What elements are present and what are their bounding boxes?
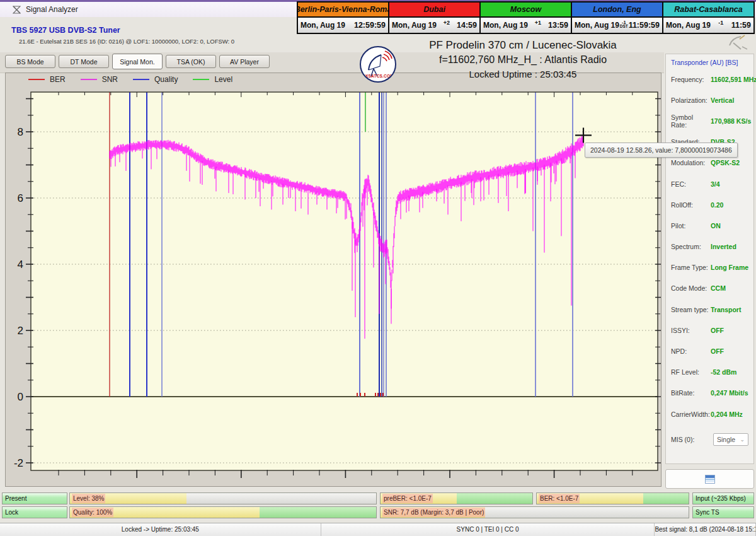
y-axis-label: 6 [18,192,23,204]
status-bar-label: preBER: <1.0E-7 [382,494,433,503]
tab-bs-mode[interactable]: BS Mode [5,55,55,68]
transponder-row: ISSYI:OFF [666,320,753,341]
transponder-row: Spectrum:Inverted [666,236,753,257]
mis-row: MIS (0): Single ⌄ [666,432,753,447]
progress-fill-green [260,507,376,518]
legend-swatch [193,79,209,80]
clock-time-value: 14:59 [457,21,477,30]
transponder-field-value: OFF [711,347,724,355]
transponder-field-value: 0,204 MHz [711,411,743,418]
transponder-field-label: Frequency: [671,76,711,83]
transponder-field-label: Spectrum: [671,243,711,250]
status-bar-label: Quality: 100% [72,508,113,517]
transponder-field-label: Symbol Rate: [671,114,711,129]
chart-panel: BERSNRQualityLevel 86420-2 [5,73,662,487]
chart-legend: BERSNRQualityLevel [28,75,232,84]
legend-swatch [133,79,149,80]
transponder-field-value: Transport [711,306,741,313]
clock-date: Mon, Aug 19 [392,21,437,30]
progress-fill-green [643,493,689,504]
y-axis-label: 4 [18,259,23,271]
footer-cell: Locked -> Uptime: 25:03:45 [0,523,321,536]
transponder-field-value: 0.20 [711,201,723,209]
transponder-field-value: Long Frame [711,264,748,271]
chevron-down-icon: ⌄ [740,436,745,443]
clock-date: Mon, Aug 19 [575,21,619,30]
tab-dt-mode[interactable]: DT Mode [59,55,109,68]
legend-label: Quality [154,75,178,84]
transponder-field-value: Inverted [711,243,736,250]
transponder-row: Symbol Rate:170,988 KS/s [666,110,753,131]
status-progress-bar: SNR: 7,7 dB (Margin: 3,7 dB | Poor) [380,506,689,518]
transponder-field-value: 3/4 [711,180,720,188]
legend-item-snr: SNR [81,75,118,84]
y-axis-label: 2 [18,325,23,337]
transponder-row: Code Mode:CCM [666,278,753,299]
tab-av-player[interactable]: AV Player [219,55,270,68]
world-clock-table: Berlin-Paris-Vienna-RomaMon, Aug 1912:59… [297,1,755,34]
transponder-field-value: Vertical [711,96,734,104]
tab-tsa-ok-[interactable]: TSA (OK) [166,55,216,68]
clock-utc-offset: +1 [535,20,541,26]
transponder-row: Stream type:Transport [666,299,753,320]
transponder-field-label: Polarization: [671,96,711,104]
status-bar-label: BER: <1.0E-7 [539,494,580,503]
legend-label: SNR [102,75,118,84]
clock-date: Mon, Aug 19 [666,21,711,30]
legend-item-ber: BER [28,75,66,84]
status-progress-bar: Level: 38% [69,492,377,504]
transponder-field-label: NPD: [671,347,711,355]
clock-column: DubaiMon, Aug 19+214:59 [388,3,479,33]
clock-city-label: Berlin-Paris-Vienna-Roma [298,3,388,16]
frequency-title: f=11602,760 MHz_H_ : Atlantis Radio [403,54,643,66]
tab-signal-mon-[interactable]: Signal Mon. [112,54,163,69]
report-icon [705,475,715,484]
clock-time-row: Mon, Aug 19-111:59 [663,16,753,33]
clock-utc-offset: -1DST [620,21,628,28]
antenna-watermark-icon [726,33,751,53]
clock-time-row: Mon, Aug 1912:59:59 [298,16,388,33]
clock-utc-offset: -1 [718,20,723,26]
status-indicator: Present [2,492,67,504]
transponder-row: Frequency:11602,591 MHz [666,69,753,90]
transponder-field-label: RF Level: [671,368,711,376]
clock-time-value: 13:59 [548,21,568,30]
transponder-field-label: FEC: [671,180,711,188]
clock-time-value: 12:59:59 [354,21,386,30]
transponder-row: NPD:OFF [666,341,753,361]
y-axis-label: 0 [18,391,23,403]
legend-swatch [28,79,45,80]
clock-city-label: Moscow [481,3,571,16]
signal-chart[interactable]: 86420-2 [6,73,661,486]
transponder-field-value: CCM [711,284,726,292]
transponder-field-value: OFF [711,327,724,334]
transponder-row: RF Level:-52 dBm [666,362,753,383]
transponder-row: CarrierWidth:0,204 MHz [666,404,753,424]
legend-swatch [81,79,97,80]
mode-tabs: BS ModeDT ModeSignal Mon.TSA (OK)AV Play… [5,55,270,69]
transponder-field-label: Stream type: [671,306,711,313]
transponder-field-value: QPSK-S2 [711,159,740,166]
window-title: Signal Analyzer [26,5,78,14]
transponder-field-label: ISSYI: [671,327,711,334]
report-button[interactable] [665,469,754,489]
transponder-field-label: CarrierWidth: [671,411,711,418]
transponder-field-label: RollOff: [671,201,711,209]
transponder-field-value: 11602,591 MHz [711,76,756,83]
clock-time-value: 11:59:59 [629,21,660,30]
transponder-field-value: 0,247 Mbit/s [711,389,748,397]
clock-date: Mon, Aug 19 [301,21,345,30]
transponder-row: RollOff:0.20 [666,194,753,215]
status-indicator: Sync TS [692,506,754,518]
progress-fill-green [457,493,533,504]
y-axis-label: 8 [18,126,23,138]
site-title: PF Prodelin 370 cm / Lucenec-Slovakia [403,39,643,52]
clock-column: Rabat-CasablancaMon, Aug 19-111:59 [662,3,753,33]
transponder-field-value: 170,988 KS/s [711,117,751,125]
transponder-row: Pilot:ON [666,215,753,236]
transponder-row: Frame Type:Long Frame [666,257,753,278]
mis-selected-value: Single [717,436,735,443]
mis-select[interactable]: Single ⌄ [713,433,748,446]
clock-time-value: 11:59 [731,21,751,30]
clock-time-row: Mon, Aug 19-1DST11:59:59 [572,16,662,33]
